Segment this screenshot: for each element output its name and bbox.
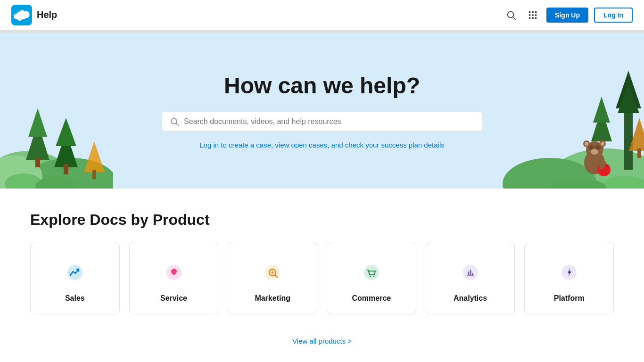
svg-point-42	[596, 146, 599, 149]
product-card-platform[interactable]: Platform	[524, 242, 614, 314]
product-card-sales[interactable]: Sales	[30, 242, 120, 314]
svg-rect-6	[529, 14, 531, 16]
svg-rect-58	[364, 265, 379, 280]
hero-right-decoration	[503, 66, 644, 189]
service-icon	[159, 257, 189, 288]
salesforce-logo-icon	[11, 5, 32, 25]
product-card-commerce[interactable]: Commerce	[327, 242, 416, 314]
explore-title: Explore Docs by Product	[30, 211, 614, 229]
svg-rect-62	[468, 272, 469, 275]
svg-rect-7	[532, 14, 534, 16]
svg-line-2	[513, 17, 515, 19]
hero-search-input[interactable]	[184, 117, 474, 126]
svg-point-47	[601, 142, 604, 146]
svg-rect-10	[532, 17, 534, 19]
hero-left-decoration	[0, 85, 113, 189]
product-card-analytics[interactable]: Analytics	[426, 242, 515, 314]
svg-rect-34	[637, 148, 641, 158]
explore-section: Explore Docs by Product Sales Service Ma…	[0, 189, 644, 329]
product-card-service[interactable]: Service	[129, 242, 219, 314]
svg-point-41	[590, 146, 593, 149]
apps-grid-button[interactable]	[525, 7, 541, 23]
search-icon	[506, 10, 516, 20]
product-card-marketing[interactable]: Marketing	[228, 242, 317, 314]
hero-login-link[interactable]: Log in to create a case, view open cases…	[199, 141, 444, 149]
svg-rect-63	[470, 270, 471, 275]
analytics-label: Analytics	[454, 294, 487, 303]
search-input-icon	[170, 117, 179, 126]
view-all-products-link[interactable]: View all products >	[292, 337, 352, 345]
svg-marker-21	[84, 141, 105, 172]
signup-button[interactable]: Sign Up	[546, 8, 588, 23]
hero-content: How can we help? Log in to create a case…	[162, 73, 482, 149]
product-grid: Sales Service Marketing Commerce Analyti…	[30, 242, 614, 314]
sales-icon	[60, 257, 90, 288]
svg-line-51	[176, 123, 179, 125]
svg-rect-64	[472, 273, 473, 275]
search-button[interactable]	[503, 7, 519, 23]
hero-search-box	[162, 112, 482, 132]
svg-point-56	[272, 272, 274, 274]
svg-rect-17	[35, 158, 40, 167]
svg-rect-8	[535, 14, 537, 16]
svg-rect-22	[92, 170, 96, 179]
svg-rect-5	[535, 11, 537, 13]
login-button[interactable]: Log In	[594, 8, 633, 23]
hero-title: How can we help?	[162, 73, 482, 99]
platform-label: Platform	[554, 294, 585, 303]
svg-marker-31	[593, 97, 610, 123]
service-label: Service	[160, 294, 187, 303]
header-actions: Sign Up Log In	[503, 7, 633, 23]
grid-icon	[528, 10, 538, 20]
svg-marker-19	[56, 118, 76, 146]
platform-icon	[554, 257, 584, 288]
logo[interactable]: Help	[11, 5, 57, 25]
commerce-label: Commerce	[352, 294, 391, 303]
svg-rect-4	[532, 11, 534, 13]
site-title: Help	[37, 9, 57, 20]
svg-rect-11	[535, 17, 537, 19]
view-all-row: View all products >	[0, 329, 644, 357]
svg-point-59	[369, 276, 371, 277]
svg-marker-16	[28, 108, 47, 137]
marketing-label: Marketing	[255, 294, 290, 303]
analytics-icon	[455, 257, 486, 288]
hero-section: How can we help? Log in to create a case…	[0, 33, 644, 189]
header: Help Sign Up Log In	[0, 0, 644, 30]
sales-label: Sales	[65, 294, 85, 303]
svg-point-46	[585, 142, 588, 146]
commerce-icon	[356, 257, 387, 288]
svg-rect-20	[64, 164, 68, 174]
svg-rect-3	[529, 11, 531, 13]
svg-rect-9	[529, 17, 531, 19]
marketing-icon	[257, 257, 288, 288]
svg-point-43	[591, 149, 598, 155]
svg-point-60	[373, 276, 374, 277]
